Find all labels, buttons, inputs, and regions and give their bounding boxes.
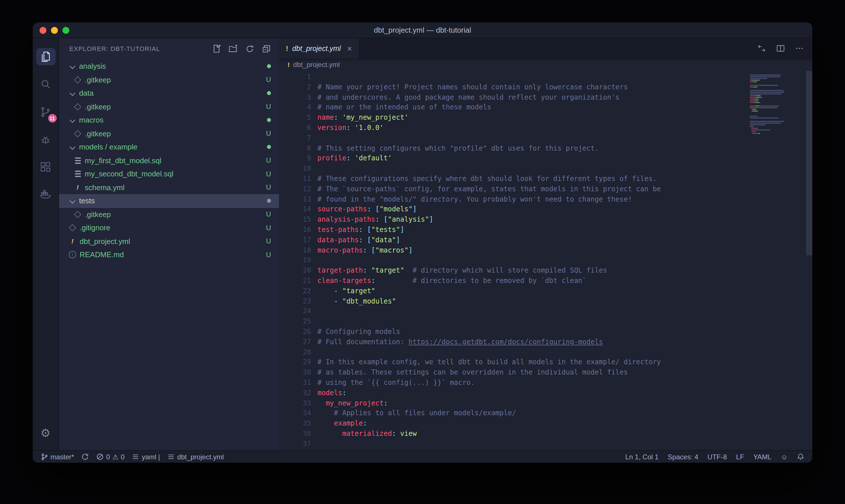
code-line-27[interactable]: 27# Full documentation: https://docs.get…	[279, 337, 812, 347]
desktop-background: dbt_project.yml — dbt-tutorial 11	[0, 0, 845, 504]
tree-file-readme.md[interactable]: README.mdU	[59, 248, 279, 262]
code-line-4[interactable]: 4# name or the intended use of these mod…	[279, 103, 812, 113]
code-line-29[interactable]: 29# In this example config, we tell dbt …	[279, 358, 812, 368]
code-line-28[interactable]: 28	[279, 347, 812, 358]
tree-item-label: .gitkeep	[85, 103, 111, 111]
code-line-25[interactable]: 25	[279, 317, 812, 327]
code-line-7[interactable]: 7	[279, 133, 812, 144]
minimize-window-button[interactable]	[51, 26, 58, 34]
tree-file-.gitkeep[interactable]: .gitkeepU	[59, 100, 279, 113]
git-branch-item[interactable]: master*	[41, 453, 74, 461]
cursor-position-item[interactable]: Ln 1, Col 1	[625, 453, 659, 461]
encoding-item[interactable]: UTF-8	[707, 453, 727, 461]
tree-file-.gitkeep[interactable]: .gitkeepU	[59, 127, 279, 140]
tree-file-my-second-dbt-model.sql[interactable]: my_second_dbt_model.sqlU	[59, 167, 279, 181]
code-line-12[interactable]: 12# The `source-paths` config, for examp…	[279, 184, 812, 195]
tree-folder-analysis[interactable]: analysis	[59, 59, 279, 73]
code-line-37[interactable]: 37	[279, 439, 812, 449]
tree-file-.gitkeep[interactable]: .gitkeepU	[59, 73, 279, 87]
code-line-31[interactable]: 31# using the `{{ config(...) }}` macro.	[279, 378, 812, 388]
code-line-33[interactable]: 33 my_new_project:	[279, 398, 812, 409]
code-line-13[interactable]: 13# found in the "models/" directory. Yo…	[279, 195, 812, 205]
tree-file-dbt-project.yml[interactable]: !dbt_project.ymlU	[59, 235, 279, 248]
code-line-21[interactable]: 21clean-targets: # directories to be rem…	[279, 276, 812, 286]
minimap-line	[750, 102, 805, 103]
code-line-20[interactable]: 20target-path: "target" # directory whic…	[279, 266, 812, 276]
sql-file-icon	[73, 158, 82, 164]
problems-item[interactable]: 0 ⚠ 0	[96, 453, 125, 461]
zoom-window-button[interactable]	[62, 26, 69, 34]
code-line-3[interactable]: 3# and underscores. A good package name …	[279, 92, 812, 103]
eol-item[interactable]: LF	[736, 453, 744, 461]
tree-folder-models-example[interactable]: models / example	[59, 140, 279, 154]
code-line-8[interactable]: 8# This setting configures which "profil…	[279, 143, 812, 154]
minimap-line	[750, 131, 805, 132]
docker-icon[interactable]	[33, 180, 59, 208]
code-token: ]	[400, 226, 404, 234]
explorer-icon[interactable]	[33, 43, 59, 70]
scrollbar-thumb[interactable]	[806, 71, 812, 255]
code-line-15[interactable]: 15analysis-paths: ["analysis"]	[279, 215, 812, 225]
code-line-5[interactable]: 5name: 'my_new_project'	[279, 113, 812, 123]
code-token: :	[342, 389, 346, 397]
source-control-icon[interactable]: 11	[33, 98, 59, 125]
code-line-text: # These configurations specify where dbt…	[317, 174, 657, 184]
code-line-16[interactable]: 16test-paths: ["tests"]	[279, 225, 812, 235]
tree-folder-macros[interactable]: macros	[59, 113, 279, 127]
new-file-icon[interactable]	[212, 44, 221, 53]
code-line-24[interactable]: 24	[279, 307, 812, 317]
sync-changes-item[interactable]	[82, 453, 89, 461]
debug-icon[interactable]	[33, 125, 59, 153]
tree-file-my-first-dbt-model.sql[interactable]: my_first_dbt_model.sqlU	[59, 154, 279, 167]
code-line-17[interactable]: 17data-paths: ["data"]	[279, 235, 812, 246]
more-actions-icon[interactable]	[795, 43, 804, 53]
close-tab-icon[interactable]: ×	[347, 44, 352, 53]
code-line-30[interactable]: 30# as tables. These settings can be ove…	[279, 368, 812, 378]
refresh-icon[interactable]	[245, 44, 254, 53]
feedback-smiley-icon[interactable]: ☺	[780, 453, 788, 461]
code-line-22[interactable]: 22 - "target"	[279, 286, 812, 296]
minimap[interactable]	[750, 73, 805, 136]
language-mode-item[interactable]: YAML	[753, 453, 772, 461]
tree-file-.gitignore[interactable]: .gitignoreU	[59, 221, 279, 235]
breadcrumb[interactable]: ! dbt_project.yml	[279, 58, 812, 71]
indentation-item[interactable]: Spaces: 4	[668, 453, 698, 461]
code-area[interactable]: 12# Name your project! Project names sho…	[279, 71, 812, 450]
code-line-14[interactable]: 14source-paths: ["models"]	[279, 205, 812, 215]
new-folder-icon[interactable]	[229, 44, 238, 53]
close-window-button[interactable]	[39, 26, 47, 34]
active-file-item[interactable]: dbt_project.yml	[167, 453, 224, 461]
code-line-10[interactable]: 10	[279, 164, 812, 174]
code-line-34[interactable]: 34 # Applies to all files under models/e…	[279, 409, 812, 419]
minimap-line	[750, 110, 805, 112]
code-line-36[interactable]: 36 materialized: view	[279, 429, 812, 439]
notifications-bell-icon[interactable]	[797, 453, 804, 461]
code-line-32[interactable]: 32models:	[279, 388, 812, 398]
tab-dbt-project-yml[interactable]: ! dbt_project.yml ×	[279, 38, 359, 58]
code-line-11[interactable]: 11# These configurations specify where d…	[279, 174, 812, 184]
tree-file-schema.yml[interactable]: !schema.ymlU	[59, 181, 279, 194]
collapse-all-icon[interactable]	[262, 44, 271, 53]
code-line-2[interactable]: 2# Name your project! Project names shou…	[279, 83, 812, 93]
yaml-status-item[interactable]: yaml |	[132, 453, 160, 461]
code-line-18[interactable]: 18macro-paths: ["macros"]	[279, 246, 812, 256]
code-line-9[interactable]: 9profile: 'default'	[279, 154, 812, 164]
search-icon[interactable]	[33, 70, 59, 98]
code-line-1[interactable]: 1	[279, 72, 812, 83]
error-count: 0	[106, 453, 110, 461]
yaml-status-label: yaml |	[142, 453, 160, 461]
code-line-35[interactable]: 35 example:	[279, 419, 812, 429]
settings-gear-icon[interactable]: ⚙	[33, 419, 59, 447]
titlebar[interactable]: dbt_project.yml — dbt-tutorial	[33, 22, 812, 38]
code-line-6[interactable]: 6version: '1.0.0'	[279, 123, 812, 133]
code-line-26[interactable]: 26# Configuring models	[279, 327, 812, 337]
open-changes-icon[interactable]	[757, 43, 767, 53]
code-line-23[interactable]: 23 - "dbt_modules"	[279, 296, 812, 307]
tree-file-.gitkeep[interactable]: .gitkeepU	[59, 208, 279, 221]
extensions-icon[interactable]	[33, 153, 59, 180]
code-line-19[interactable]: 19	[279, 256, 812, 266]
split-editor-icon[interactable]	[776, 43, 786, 53]
minimap-token	[756, 107, 777, 108]
tree-folder-data[interactable]: data	[59, 87, 279, 100]
tree-folder-tests[interactable]: tests	[59, 194, 279, 208]
